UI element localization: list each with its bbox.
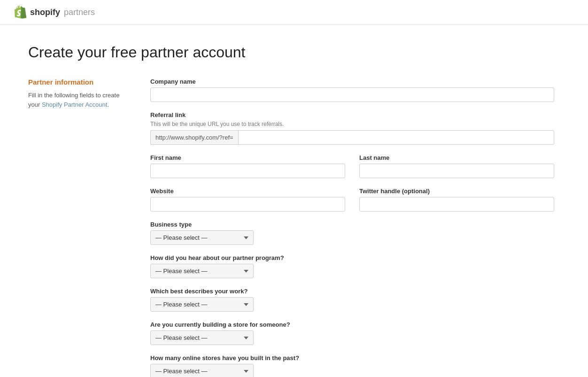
referral-hint: This will be the unique URL you use to t… <box>150 121 554 127</box>
hear-about-select[interactable]: — Please select — <box>150 264 254 278</box>
business-type-label: Business type <box>150 221 554 228</box>
hear-about-group: How did you hear about our partner progr… <box>150 254 554 278</box>
website-label: Website <box>150 188 345 195</box>
partner-form: Company name Referral link This will be … <box>150 78 554 377</box>
website-input[interactable] <box>150 197 345 212</box>
website-twitter-row: Website Twitter handle (optional) <box>150 188 554 221</box>
logo-container: shopifypartners <box>14 6 95 19</box>
name-row: First name Last name <box>150 154 554 188</box>
twitter-label: Twitter handle (optional) <box>359 188 554 195</box>
describes-work-label: Which best describes your work? <box>150 288 554 295</box>
first-name-label: First name <box>150 154 345 161</box>
logo-brand-text: shopify <box>30 8 60 17</box>
referral-input[interactable] <box>238 130 554 145</box>
business-type-group: Business type — Please select — <box>150 221 554 245</box>
referral-link-group: Referral link This will be the unique UR… <box>150 111 554 145</box>
referral-prefix: http://www.shopify.com/?ref= <box>150 130 238 145</box>
referral-row: http://www.shopify.com/?ref= <box>150 130 554 145</box>
shopify-logo-icon <box>14 6 27 19</box>
sidebar: Partner information Fill in the followin… <box>28 78 122 377</box>
first-name-group: First name <box>150 154 345 178</box>
twitter-input[interactable] <box>359 197 554 212</box>
last-name-label: Last name <box>359 154 554 161</box>
sidebar-description: Fill in the following fields to create y… <box>28 91 122 109</box>
last-name-input[interactable] <box>359 164 554 178</box>
sidebar-title: Partner information <box>28 78 122 86</box>
describes-work-group: Which best describes your work? — Please… <box>150 288 554 312</box>
logo-partners-text: partners <box>64 8 95 17</box>
building-store-label: Are you currently building a store for s… <box>150 321 554 328</box>
last-name-group: Last name <box>359 154 554 178</box>
main-content: Create your free partner account Partner… <box>0 25 588 377</box>
stores-built-select[interactable]: — Please select — <box>150 364 254 377</box>
describes-work-select[interactable]: — Please select — <box>150 297 254 312</box>
first-name-input[interactable] <box>150 164 345 178</box>
referral-link-label: Referral link <box>150 111 554 118</box>
stores-built-group: How many online stores have you built in… <box>150 354 554 377</box>
building-store-group: Are you currently building a store for s… <box>150 321 554 345</box>
company-name-group: Company name <box>150 78 554 102</box>
twitter-group: Twitter handle (optional) <box>359 188 554 212</box>
company-name-label: Company name <box>150 78 554 85</box>
page-title: Create your free partner account <box>28 44 560 61</box>
building-store-select[interactable]: — Please select — <box>150 330 254 345</box>
stores-built-label: How many online stores have you built in… <box>150 354 554 361</box>
hear-about-label: How did you hear about our partner progr… <box>150 254 554 261</box>
form-layout: Partner information Fill in the followin… <box>28 78 560 377</box>
header: shopifypartners <box>0 0 588 25</box>
business-type-select[interactable]: — Please select — <box>150 230 254 245</box>
shopify-partner-account-link[interactable]: Shopify Partner Account <box>42 101 107 108</box>
website-group: Website <box>150 188 345 212</box>
company-name-input[interactable] <box>150 87 554 102</box>
